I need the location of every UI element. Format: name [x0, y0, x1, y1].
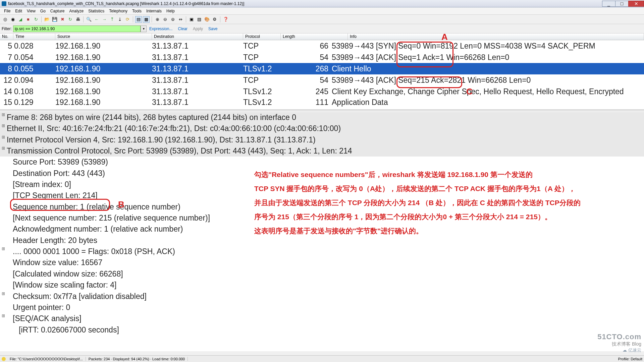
menu-tools[interactable]: Tools [130, 8, 144, 14]
options-icon[interactable]: ◉ [9, 16, 16, 23]
menu-statistics[interactable]: Statistics [86, 8, 107, 14]
status-file: File: "C:\Users\OOOOOOOOOO\Desktop\f... [7, 357, 86, 361]
back-icon[interactable]: ← [93, 16, 100, 23]
toolbar: ◎ ◉ ◢ ■ ↻ 📂 💾 ✖ ↻ 🖶 🔍 ← → ⤒ ⤓ ⟳ ▤ ▦ ⊕ ⊖ … [0, 15, 644, 24]
interfaces-icon[interactable]: ◎ [2, 16, 8, 23]
watermark: 51CTO.com 技术博客 Blog ☁ 亿速云 [597, 333, 641, 353]
start-icon[interactable]: ◢ [17, 16, 24, 23]
menu-view[interactable]: View [24, 8, 38, 14]
menu-file[interactable]: File [2, 8, 13, 14]
tree-flags[interactable]: .... 0000 0001 1000 = Flags: 0x018 (PSH,… [0, 246, 644, 257]
tree-irtt[interactable]: [iRTT: 0.026067000 seconds] [0, 324, 644, 336]
close-button[interactable]: ✕ [628, 1, 644, 7]
table-row[interactable]: 70.054192.168.1.9031.13.87.1TCP5453989→4… [0, 52, 644, 63]
tree-calcwin[interactable]: [Calculated window size: 66268] [0, 268, 644, 280]
tree-cksum[interactable]: Checksum: 0x7f7a [validation disabled] [0, 291, 644, 302]
first-icon[interactable]: ⤓ [116, 16, 123, 23]
filter-bar: Filter: ▾ Expression... Clear Apply Save [0, 24, 644, 34]
expression-link[interactable]: Expression... [149, 26, 172, 31]
annotation-text: 勾选"Relative sequence numbers"后，wireshark… [254, 168, 630, 238]
close-file-icon[interactable]: ✖ [59, 16, 66, 23]
coloring-rules-icon[interactable]: 🎨 [204, 16, 210, 23]
menu-help[interactable]: Help [164, 8, 177, 14]
clear-link[interactable]: Clear [178, 26, 187, 31]
apply-link[interactable]: Apply [193, 26, 203, 31]
tree-tcp[interactable]: Transmission Control Protocol, Src Port:… [0, 145, 644, 157]
col-protocol[interactable]: Protocol [243, 34, 281, 40]
zoom-out-icon[interactable]: ⊖ [162, 16, 168, 23]
stop-icon[interactable]: ■ [25, 16, 32, 23]
app-icon [2, 1, 6, 6]
display-filter-icon[interactable]: ▨ [196, 16, 203, 23]
watermark-big: 51CTO.com [597, 333, 641, 341]
status-bar: File: "C:\Users\OOOOOOOOOO\Desktop\f... … [0, 355, 644, 362]
window-controls: _ □ ✕ [602, 1, 644, 7]
filter-label: Filter: [2, 26, 12, 31]
col-source[interactable]: Source [55, 34, 152, 40]
table-row[interactable]: 80.055192.168.1.9031.13.87.1TLSv1.2268Cl… [0, 63, 644, 74]
zoom-in-icon[interactable]: ⊕ [154, 16, 161, 23]
expert-info-icon[interactable] [2, 357, 6, 361]
table-row[interactable]: 150.129192.168.1.9031.13.87.1TLSv1.2111A… [0, 97, 644, 107]
filter-input[interactable] [13, 25, 141, 32]
open-icon[interactable]: 📂 [44, 16, 50, 23]
menu-bar: File Edit View Go Capture Analyze Statis… [0, 7, 644, 15]
print-icon[interactable]: 🖶 [74, 16, 81, 23]
status-packets: Packets: 234 · Displayed: 94 (40.2%) · L… [86, 357, 188, 361]
filter-dropdown-icon[interactable]: ▾ [141, 25, 147, 32]
tree-urgent[interactable]: Urgent pointer: 0 [0, 302, 644, 313]
col-no[interactable]: No. [0, 34, 13, 40]
tree-winscale[interactable]: [Window size scaling factor: 4] [0, 280, 644, 291]
menu-capture[interactable]: Capture [48, 8, 67, 14]
table-row[interactable]: 120.094192.168.1.9031.13.87.1TCP5453989→… [0, 74, 644, 86]
col-time[interactable]: Time [13, 34, 55, 40]
table-row[interactable]: 140.108192.168.1.9031.13.87.1TLSv1.2245C… [0, 86, 644, 97]
minimize-button[interactable]: _ [602, 1, 615, 7]
goto-icon[interactable]: ⤒ [109, 16, 115, 23]
forward-icon[interactable]: → [101, 16, 108, 23]
tree-srcport[interactable]: Source Port: 53989 (53989) [0, 157, 644, 168]
column-headers[interactable]: No. Time Source Destination Protocol Len… [0, 34, 644, 40]
tree-frame[interactable]: Frame 8: 268 bytes on wire (2144 bits), … [0, 112, 644, 123]
col-length[interactable]: Length [281, 34, 348, 40]
find-icon[interactable]: 🔍 [86, 16, 92, 23]
watermark-sub: ☁ 亿速云 [597, 347, 641, 353]
status-profile[interactable]: Profile: Default [618, 357, 642, 361]
annotation-label-b: B [118, 199, 124, 210]
menu-go[interactable]: Go [38, 8, 48, 14]
watermark-small: 技术博客 Blog [597, 341, 641, 347]
last-icon[interactable]: ⟳ [124, 16, 131, 23]
colorize-icon[interactable]: ▦ [143, 16, 150, 23]
help-icon[interactable]: ❓ [222, 16, 229, 23]
menu-telephony[interactable]: Telephony [107, 8, 130, 14]
capture-filter-icon[interactable]: ▣ [188, 16, 195, 23]
packet-list[interactable]: No. Time Source Destination Protocol Len… [0, 34, 644, 109]
menu-analyze[interactable]: Analyze [67, 8, 86, 14]
tree-ip[interactable]: Internet Protocol Version 4, Src: 192.16… [0, 134, 644, 145]
reload-icon[interactable]: ↻ [67, 16, 73, 23]
tree-winsize[interactable]: Window size value: 16567 [0, 257, 644, 268]
zoom-normal-icon[interactable]: ⊜ [169, 16, 176, 23]
save-link[interactable]: Save [208, 26, 217, 31]
restart-icon[interactable]: ↻ [33, 16, 39, 23]
title-bar: facebook_TLS_handshark_complete_with_CDN… [0, 0, 644, 7]
col-destination[interactable]: Destination [152, 34, 243, 40]
tree-ethernet[interactable]: Ethernet II, Src: 40:16:7e:24:fb:21 (40:… [0, 123, 644, 134]
prefs-icon[interactable]: ⚙ [211, 16, 218, 23]
save-icon[interactable]: 💾 [51, 16, 58, 23]
annotation-label-c: C [466, 86, 473, 97]
autoscroll-icon[interactable]: ▤ [135, 16, 142, 23]
col-info[interactable]: Info [348, 34, 644, 40]
maximize-button[interactable]: □ [615, 1, 629, 7]
menu-internals[interactable]: Internals [144, 8, 164, 14]
window-title: facebook_TLS_handshark_complete_with_CDN… [8, 1, 244, 6]
annotation-label-a: A [441, 32, 448, 42]
menu-edit[interactable]: Edit [13, 8, 24, 14]
resize-cols-icon[interactable]: ⇔ [177, 16, 184, 23]
tree-seqack[interactable]: [SEQ/ACK analysis] [0, 313, 644, 324]
table-row[interactable]: 50.028192.168.1.9031.13.87.1TCP6653989→4… [0, 40, 644, 52]
